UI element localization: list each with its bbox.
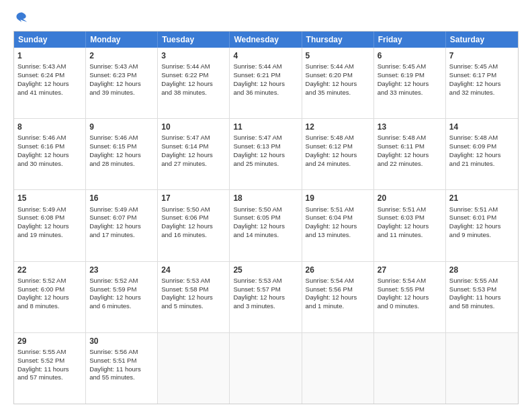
- day-info-line: Sunset: 6:03 PM: [378, 214, 442, 222]
- calendar-cell-r2-c4: 19Sunrise: 5:51 AMSunset: 6:04 PMDayligh…: [302, 190, 374, 261]
- day-info-line: and 11 minutes.: [378, 231, 442, 240]
- calendar-cell-r4-c3: [230, 333, 302, 404]
- day-info-line: Sunset: 6:06 PM: [161, 214, 226, 222]
- day-number: 20: [378, 193, 442, 203]
- day-info-line: Daylight: 12 hours: [89, 80, 154, 89]
- calendar-cell-r4-c1: 30Sunrise: 5:56 AMSunset: 5:51 PMDayligh…: [86, 333, 158, 404]
- calendar-cell-r0-c5: 6Sunrise: 5:45 AMSunset: 6:19 PMDaylight…: [374, 48, 446, 118]
- calendar-cell-r4-c2: [158, 333, 230, 404]
- day-info-line: Daylight: 12 hours: [378, 80, 442, 89]
- day-info-line: Sunset: 6:22 PM: [161, 71, 226, 80]
- day-info-line: Sunrise: 5:54 AM: [378, 277, 442, 285]
- day-info-line: and 30 minutes.: [17, 160, 82, 169]
- day-info-line: Sunset: 6:16 PM: [17, 142, 82, 151]
- day-info-line: Daylight: 12 hours: [233, 80, 298, 89]
- day-info-line: and 57 minutes.: [17, 373, 82, 382]
- day-info-line: and 3 minutes.: [233, 302, 298, 311]
- day-info-line: Sunrise: 5:46 AM: [17, 134, 82, 142]
- day-info-line: Daylight: 12 hours: [89, 151, 154, 160]
- day-info-line: Sunrise: 5:55 AM: [449, 277, 515, 285]
- day-info-line: Sunset: 5:51 PM: [89, 357, 154, 365]
- calendar-cell-r0-c0: 1Sunrise: 5:43 AMSunset: 6:24 PMDaylight…: [14, 48, 86, 118]
- calendar-cell-r2-c6: 21Sunrise: 5:51 AMSunset: 6:01 PMDayligh…: [446, 190, 518, 261]
- day-info-line: Sunrise: 5:43 AM: [89, 62, 154, 71]
- calendar-row-3: 22Sunrise: 5:52 AMSunset: 6:00 PMDayligh…: [14, 261, 518, 332]
- day-info-line: Sunrise: 5:47 AM: [161, 134, 226, 142]
- day-number: 23: [89, 265, 154, 275]
- header-day-tuesday: Tuesday: [158, 32, 230, 48]
- day-number: 1: [17, 50, 82, 61]
- day-info-line: and 8 minutes.: [17, 302, 82, 311]
- day-info-line: Sunset: 6:17 PM: [449, 71, 515, 80]
- day-number: 9: [89, 122, 154, 132]
- day-number: 24: [161, 265, 226, 275]
- day-info-line: Sunset: 6:15 PM: [89, 142, 154, 151]
- day-info-line: Daylight: 12 hours: [449, 80, 515, 89]
- day-info-line: Sunrise: 5:51 AM: [449, 205, 515, 214]
- day-number: 21: [449, 193, 515, 203]
- day-info-line: Daylight: 12 hours: [306, 293, 370, 302]
- day-info-line: Sunrise: 5:51 AM: [306, 205, 370, 214]
- calendar-cell-r2-c2: 17Sunrise: 5:50 AMSunset: 6:06 PMDayligh…: [158, 190, 230, 261]
- calendar: SundayMondayTuesdayWednesdayThursdayFrid…: [13, 31, 519, 404]
- day-info-line: Sunrise: 5:47 AM: [233, 134, 298, 142]
- day-number: 6: [378, 50, 442, 61]
- day-info-line: and 39 minutes.: [89, 89, 154, 97]
- header-day-saturday: Saturday: [446, 32, 518, 48]
- day-info-line: and 16 minutes.: [161, 231, 226, 240]
- day-info-line: Daylight: 11 hours: [17, 365, 82, 374]
- day-info-line: Sunset: 6:24 PM: [17, 71, 82, 80]
- day-info-line: Sunrise: 5:50 AM: [233, 205, 298, 214]
- day-info-line: Sunrise: 5:44 AM: [306, 62, 370, 71]
- calendar-row-0: 1Sunrise: 5:43 AMSunset: 6:24 PMDaylight…: [14, 48, 518, 118]
- calendar-cell-r1-c3: 11Sunrise: 5:47 AMSunset: 6:13 PMDayligh…: [230, 119, 302, 189]
- calendar-cell-r1-c1: 9Sunrise: 5:46 AMSunset: 6:15 PMDaylight…: [86, 119, 158, 189]
- day-info-line: Daylight: 12 hours: [306, 222, 370, 231]
- day-info-line: Sunrise: 5:48 AM: [378, 134, 442, 142]
- day-info-line: Sunset: 5:59 PM: [89, 285, 154, 294]
- day-info-line: Daylight: 12 hours: [17, 151, 82, 160]
- day-info-line: Sunrise: 5:49 AM: [17, 205, 82, 214]
- calendar-row-1: 8Sunrise: 5:46 AMSunset: 6:16 PMDaylight…: [14, 118, 518, 189]
- day-number: 19: [306, 193, 370, 203]
- day-info-line: Sunrise: 5:55 AM: [17, 348, 82, 357]
- day-number: 12: [306, 122, 370, 132]
- day-info-line: Daylight: 12 hours: [306, 151, 370, 160]
- logo: [13, 11, 28, 24]
- day-info-line: and 24 minutes.: [306, 160, 370, 169]
- day-info-line: and 28 minutes.: [89, 160, 154, 169]
- day-number: 16: [89, 193, 154, 203]
- day-info-line: Sunrise: 5:43 AM: [17, 62, 82, 71]
- day-info-line: Sunrise: 5:48 AM: [306, 134, 370, 142]
- day-info-line: and 33 minutes.: [378, 89, 442, 97]
- day-info-line: Daylight: 12 hours: [161, 80, 226, 89]
- calendar-cell-r3-c1: 23Sunrise: 5:52 AMSunset: 5:59 PMDayligh…: [86, 262, 158, 332]
- day-info-line: and 1 minute.: [306, 302, 370, 311]
- day-info-line: Daylight: 12 hours: [17, 222, 82, 231]
- day-info-line: Daylight: 12 hours: [89, 222, 154, 231]
- day-info-line: Sunset: 6:00 PM: [17, 285, 82, 294]
- day-info-line: Sunset: 6:05 PM: [233, 214, 298, 222]
- day-info-line: Sunset: 6:13 PM: [233, 142, 298, 151]
- calendar-cell-r2-c3: 18Sunrise: 5:50 AMSunset: 6:05 PMDayligh…: [230, 190, 302, 261]
- calendar-cell-r4-c4: [302, 333, 374, 404]
- day-info-line: Sunset: 5:57 PM: [233, 285, 298, 294]
- day-info-line: Sunset: 6:09 PM: [449, 142, 515, 151]
- calendar-cell-r2-c1: 16Sunrise: 5:49 AMSunset: 6:07 PMDayligh…: [86, 190, 158, 261]
- day-number: 7: [449, 50, 515, 61]
- day-info-line: Sunrise: 5:46 AM: [89, 134, 154, 142]
- calendar-cell-r0-c6: 7Sunrise: 5:45 AMSunset: 6:17 PMDaylight…: [446, 48, 518, 118]
- page: SundayMondayTuesdayWednesdayThursdayFrid…: [0, 0, 532, 411]
- calendar-cell-r2-c0: 15Sunrise: 5:49 AMSunset: 6:08 PMDayligh…: [14, 190, 86, 261]
- day-info-line: Sunrise: 5:48 AM: [449, 134, 515, 142]
- day-info-line: Sunrise: 5:56 AM: [89, 348, 154, 357]
- day-info-line: Daylight: 12 hours: [161, 293, 226, 302]
- header-day-sunday: Sunday: [14, 32, 86, 48]
- day-number: 28: [449, 265, 515, 275]
- day-info-line: and 27 minutes.: [161, 160, 226, 169]
- day-info-line: Sunrise: 5:53 AM: [161, 277, 226, 285]
- calendar-cell-r1-c4: 12Sunrise: 5:48 AMSunset: 6:12 PMDayligh…: [302, 119, 374, 189]
- day-info-line: Daylight: 12 hours: [449, 222, 515, 231]
- day-info-line: Sunrise: 5:50 AM: [161, 205, 226, 214]
- day-info-line: Sunset: 6:20 PM: [306, 71, 370, 80]
